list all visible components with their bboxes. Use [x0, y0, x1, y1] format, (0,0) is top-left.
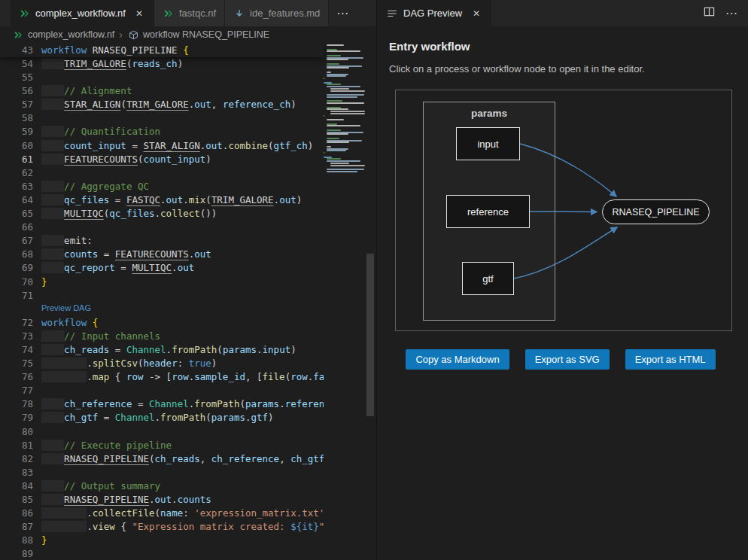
tab-fastqc[interactable]: fastqc.nf [154, 0, 225, 26]
line-number[interactable]: 75 [0, 357, 41, 370]
code-line[interactable]: 66 [0, 221, 324, 234]
tab-complex-workflow[interactable]: complex_workflow.nf ✕ [11, 0, 154, 26]
line-number[interactable]: 86 [0, 507, 41, 520]
scrollbar-thumb[interactable] [366, 254, 374, 416]
code-line[interactable]: 59 // Quantification [0, 125, 324, 138]
code-line[interactable]: 83 [0, 466, 324, 479]
line-number[interactable]: 89 [0, 547, 41, 560]
line-number[interactable]: 72 [0, 316, 41, 330]
line-number[interactable]: 76 [0, 370, 41, 384]
line-number[interactable]: 64 [0, 193, 41, 207]
line-number[interactable]: 74 [0, 343, 41, 357]
breadcrumb-symbol[interactable]: workflow RNASEQ_PIPELINE [143, 29, 269, 40]
line-number[interactable]: 69 [0, 261, 41, 275]
line-number[interactable]: 79 [0, 411, 41, 425]
code-line[interactable]: 88} [0, 534, 324, 547]
more-tabs-icon[interactable]: ⋯ [336, 6, 349, 20]
line-number[interactable]: 62 [0, 166, 41, 180]
code-token: ( [217, 344, 223, 355]
line-number[interactable]: 83 [0, 466, 41, 479]
split-editor-icon[interactable] [704, 6, 715, 20]
code-line[interactable]: 68 counts = FEATURECOUNTS.out [0, 248, 324, 261]
line-number[interactable]: 60 [0, 139, 41, 153]
dag-node-gtf[interactable]: gtf [462, 262, 514, 295]
code-line[interactable]: 82 RNASEQ_PIPELINE(ch_reads, ch_referenc… [0, 452, 324, 466]
line-number[interactable]: 54 [0, 57, 41, 71]
code-line[interactable]: 89 [0, 547, 324, 560]
code-line[interactable]: 86 .collectFile(name: 'expression_matrix… [0, 507, 324, 520]
code-line[interactable]: 63 // Aggregate QC [0, 180, 324, 193]
line-text: .splitCsv(header: true) [41, 357, 217, 370]
line-number[interactable]: 59 [0, 125, 41, 138]
line-number[interactable]: 68 [0, 248, 41, 261]
code-line[interactable]: 65 MULTIQC(qc_files.collect()) [0, 207, 324, 221]
line-number[interactable]: 58 [0, 111, 41, 125]
code-line[interactable]: 67 emit: [0, 234, 324, 248]
panel-description: Click on a process or workflow node to o… [389, 63, 736, 75]
line-number[interactable]: 61 [0, 153, 41, 166]
line-number[interactable]: 88 [0, 534, 41, 547]
code-line[interactable]: 77 [0, 384, 324, 397]
code-line[interactable]: 80 [0, 425, 324, 439]
line-number[interactable]: 82 [0, 452, 41, 466]
code-line[interactable]: 64 qc_files = FASTQC.out.mix(TRIM_GALORE… [0, 193, 324, 207]
line-number[interactable]: 66 [0, 221, 41, 234]
code-line[interactable]: 56 // Alignment [0, 84, 324, 98]
line-number[interactable]: 67 [0, 234, 41, 248]
line-number[interactable]: 78 [0, 397, 41, 411]
code-lines[interactable]: 54 TRIM_GALORE(reads_ch)5556 // Alignmen… [0, 57, 324, 560]
code-line[interactable]: 79 ch_gtf = Channel.fromPath(params.gtf) [0, 411, 324, 425]
code-line[interactable]: 61 FEATURECOUNTS(count_input) [0, 153, 324, 166]
code-line[interactable]: 57 STAR_ALIGN(TRIM_GALORE.out, reference… [0, 98, 324, 111]
dag-node-input[interactable]: input [456, 127, 520, 160]
code-line[interactable]: 81 // Execute pipeline [0, 439, 324, 452]
code-editor[interactable]: 43 workflow RNASEQ_PIPELINE { 54 TRIM_GA… [0, 43, 376, 560]
line-number[interactable]: 63 [0, 180, 41, 193]
code-lens-preview-dag[interactable]: Preview DAG [41, 301, 91, 316]
copy-as-markdown-button[interactable]: Copy as Markdown [406, 349, 509, 370]
code-line[interactable]: 54 TRIM_GALORE(reads_ch) [0, 57, 324, 71]
code-line[interactable]: 60 count_input = STAR_ALIGN.out.combine(… [0, 139, 324, 153]
more-actions-icon[interactable]: ⋯ [725, 6, 737, 20]
code-line[interactable]: 58 [0, 111, 324, 125]
line-number[interactable]: 77 [0, 384, 41, 397]
code-line[interactable]: 74 ch_reads = Channel.fromPath(params.in… [0, 343, 324, 357]
code-line[interactable]: 72workflow { [0, 316, 324, 330]
code-line[interactable]: 84 // Output summary [0, 479, 324, 493]
code-line[interactable]: 73 // Input channels [0, 330, 324, 343]
dag-canvas[interactable]: params input reference gtf RNASEQ_PIPELI… [395, 90, 732, 331]
line-number[interactable]: 56 [0, 84, 41, 98]
code-line[interactable]: 87 .view { "Expression matrix created: $… [0, 520, 324, 534]
line-number[interactable]: 55 [0, 71, 41, 84]
line-number[interactable]: 84 [0, 479, 41, 493]
line-number[interactable]: 80 [0, 425, 41, 439]
code-line[interactable]: 55 [0, 71, 324, 84]
code-line[interactable]: 85 RNASEQ_PIPELINE.out.counts [0, 493, 324, 507]
line-number[interactable]: 71 [0, 289, 41, 303]
editor-scrollbar[interactable] [366, 43, 374, 560]
dag-node-rnaseq-pipeline[interactable]: RNASEQ_PIPELINE [602, 199, 710, 224]
line-number[interactable]: 81 [0, 439, 41, 452]
sticky-scroll-line[interactable]: 43 workflow RNASEQ_PIPELINE { [0, 43, 324, 57]
code-line[interactable]: 76 .map { row -> [row.sample_id, [file(r… [0, 370, 324, 384]
line-number[interactable]: 57 [0, 98, 41, 111]
code-line[interactable]: 75 .splitCsv(header: true) [0, 357, 324, 370]
close-icon[interactable]: ✕ [470, 8, 482, 19]
line-number[interactable]: 65 [0, 207, 41, 221]
breadcrumb-file[interactable]: complex_workflow.nf [28, 29, 114, 40]
tab-dag-preview[interactable]: DAG Preview ✕ [377, 0, 491, 26]
tab-ide-features[interactable]: ide_features.md [225, 0, 329, 26]
line-number[interactable]: 85 [0, 493, 41, 507]
dag-node-reference[interactable]: reference [446, 195, 530, 228]
code-line[interactable]: 70} [0, 275, 324, 289]
export-as-svg-button[interactable]: Export as SVG [525, 349, 610, 370]
minimap[interactable] [324, 43, 366, 560]
close-icon[interactable]: ✕ [133, 8, 145, 19]
line-number[interactable]: 70 [0, 275, 41, 289]
line-number[interactable]: 87 [0, 520, 41, 534]
code-line[interactable]: 69 qc_report = MULTIQC.out [0, 261, 324, 275]
code-line[interactable]: 62 [0, 166, 324, 180]
line-number[interactable]: 73 [0, 330, 41, 343]
code-line[interactable]: 78 ch_reference = Channel.fromPath(param… [0, 397, 324, 411]
export-as-html-button[interactable]: Export as HTML [625, 349, 716, 370]
